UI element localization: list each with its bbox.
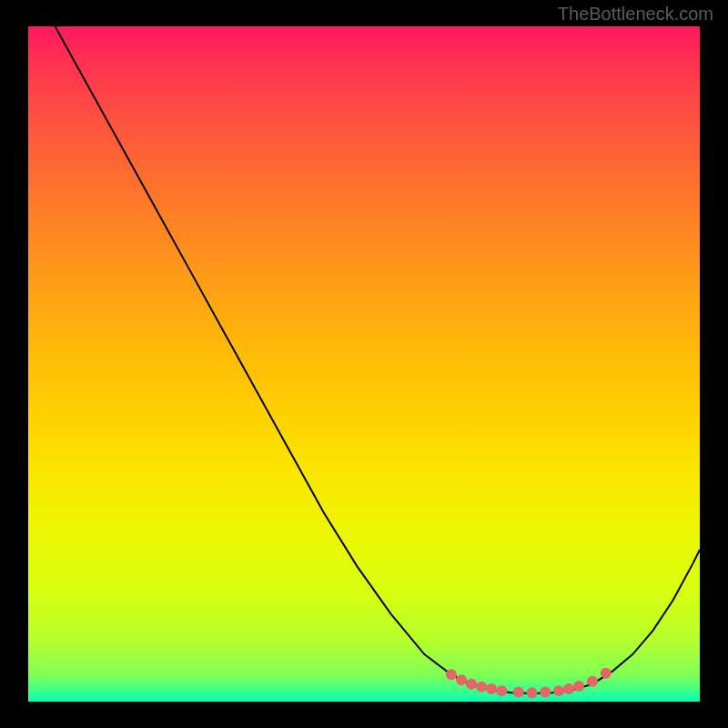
watermark-text: TheBottleneck.com (558, 4, 713, 25)
data-marker (587, 676, 598, 687)
data-marker (466, 679, 477, 690)
curve-line-group (56, 26, 700, 693)
data-marker (456, 674, 467, 685)
data-marker (573, 681, 584, 692)
data-marker (446, 669, 457, 680)
marker-group (446, 668, 612, 699)
chart-svg (28, 26, 700, 702)
data-marker (553, 685, 564, 696)
chart-container: TheBottleneck.com (0, 0, 728, 728)
data-marker (486, 683, 497, 694)
data-marker (563, 683, 574, 694)
bottleneck-curve (56, 26, 700, 693)
data-marker (527, 687, 538, 698)
data-marker (476, 682, 487, 693)
data-marker (496, 685, 507, 696)
data-marker (513, 687, 524, 698)
plot-area (28, 26, 700, 702)
data-marker (540, 687, 551, 698)
data-marker (601, 668, 612, 679)
